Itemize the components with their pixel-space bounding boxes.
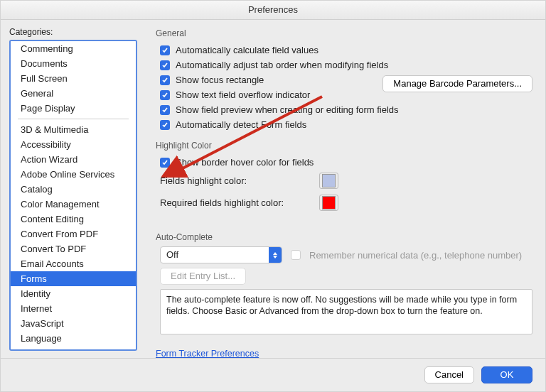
sidebar-item-action-wizard[interactable]: Action Wizard	[11, 152, 136, 167]
sidebar-item-catalog[interactable]: Catalog	[11, 182, 136, 197]
autocomplete-select-value: Off	[161, 247, 269, 263]
auto-tab-label: Automatically adjust tab order when modi…	[176, 60, 388, 70]
sidebar-item-identity[interactable]: Identity	[11, 286, 136, 301]
autocomplete-section: Auto-Complete Off Remember numerical dat…	[156, 231, 532, 334]
sidebar-item-adobe-online-services[interactable]: Adobe Online Services	[11, 167, 136, 182]
preferences-window: Preferences Categories: CommentingDocume…	[0, 0, 546, 392]
select-arrows-icon	[269, 247, 282, 263]
sidebar-item-full-screen[interactable]: Full Screen	[11, 71, 136, 86]
auto-tab-checkbox[interactable]	[160, 60, 170, 70]
detect-checkbox[interactable]	[160, 120, 170, 130]
forms-panel: General Automatically calculate field va…	[143, 20, 545, 358]
sidebar-item-javascript[interactable]: JavaScript	[11, 316, 136, 331]
required-color-swatch	[322, 196, 336, 209]
sidebar-item-convert-to-pdf[interactable]: Convert To PDF	[11, 241, 136, 256]
fields-color-swatch	[322, 174, 336, 187]
autocomplete-title: Auto-Complete	[156, 231, 532, 246]
sidebar-item-page-display[interactable]: Page Display	[11, 101, 136, 116]
sidebar-item-color-management[interactable]: Color Management	[11, 197, 136, 212]
cancel-button[interactable]: Cancel	[424, 366, 474, 383]
focus-rect-checkbox[interactable]	[160, 75, 170, 85]
hover-checkbox[interactable]	[160, 158, 170, 168]
barcode-area: Manage Barcode Parameters...	[382, 75, 532, 92]
remember-numerical-label: Remember numerical data (e.g., telephone…	[309, 250, 522, 261]
edit-entry-list-button: Edit Entry List...	[160, 268, 246, 285]
highlight-section: Highlight Color Show border hover color …	[156, 139, 532, 214]
preview-checkbox[interactable]	[160, 105, 170, 115]
detect-label: Automatically detect Form fields	[176, 119, 306, 130]
sidebar-item-general[interactable]: General	[11, 86, 136, 101]
fields-color-button[interactable]	[319, 173, 338, 189]
sidebar-item-commenting[interactable]: Commenting	[11, 41, 136, 56]
sidebar-separator	[18, 119, 129, 119]
sidebar-item-documents[interactable]: Documents	[11, 56, 136, 71]
ok-button[interactable]: OK	[481, 366, 532, 383]
sidebar-item-accessibility[interactable]: Accessibility	[11, 137, 136, 152]
required-color-label: Required fields highlight color:	[160, 197, 302, 208]
required-color-button[interactable]	[319, 195, 338, 211]
categories-label: Categories:	[9, 27, 137, 37]
categories-list[interactable]: CommentingDocumentsFull ScreenGeneralPag…	[9, 40, 137, 351]
sidebar-item-convert-from-pdf[interactable]: Convert From PDF	[11, 227, 136, 241]
focus-rect-label: Show focus rectangle	[176, 75, 264, 85]
sidebar-item-forms[interactable]: Forms	[11, 271, 136, 286]
window-body: Categories: CommentingDocumentsFull Scre…	[1, 20, 545, 358]
window-title: Preferences	[1, 1, 545, 20]
auto-calc-label: Automatically calculate field values	[176, 45, 318, 55]
overflow-checkbox[interactable]	[160, 90, 170, 100]
sidebar-item-internet[interactable]: Internet	[11, 301, 136, 316]
sidebar-item-measuring-2d-[interactable]: Measuring (2D)	[11, 346, 136, 351]
sidebar-item-email-accounts[interactable]: Email Accounts	[11, 256, 136, 271]
overflow-label: Show text field overflow indicator	[176, 89, 310, 100]
form-tracker-link[interactable]: Form Tracker Preferences	[156, 349, 532, 358]
highlight-title: Highlight Color	[156, 139, 532, 155]
general-title: General	[156, 27, 532, 43]
dialog-footer: Cancel OK	[1, 358, 545, 391]
autocomplete-description: The auto-complete feature is now off. No…	[160, 289, 532, 334]
fields-color-label: Fields highlight color:	[160, 175, 302, 186]
manage-barcode-button[interactable]: Manage Barcode Parameters...	[382, 75, 532, 92]
remember-numerical-checkbox	[291, 250, 301, 260]
sidebar-item-content-editing[interactable]: Content Editing	[11, 212, 136, 227]
sidebar-item-language[interactable]: Language	[11, 331, 136, 346]
preview-label: Show field preview when creating or edit…	[176, 104, 399, 115]
autocomplete-select[interactable]: Off	[160, 246, 282, 263]
hover-label: Show border hover color for fields	[176, 157, 314, 168]
auto-calc-checkbox[interactable]	[160, 45, 170, 55]
sidebar-item-3d-multimedia[interactable]: 3D & Multimedia	[11, 122, 136, 137]
categories-sidebar: Categories: CommentingDocumentsFull Scre…	[1, 20, 143, 358]
